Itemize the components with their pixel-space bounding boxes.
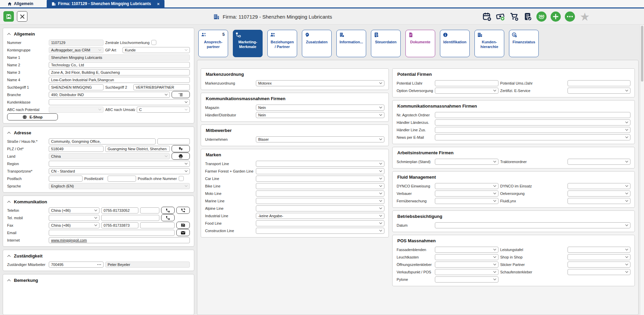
tab-card-finanzstatus[interactable]: $Finanzstatus xyxy=(509,30,539,57)
zentrale-loeschvormerkung-checkbox[interactable] xyxy=(151,40,156,45)
add-button[interactable] xyxy=(551,12,561,22)
kundenklasse-select[interactable] xyxy=(49,99,190,105)
collapse-chevron-icon[interactable] xyxy=(7,201,11,204)
name4-field[interactable]: Low-Carbon Industrial Park,Shangcun xyxy=(49,77,190,83)
car-line-select[interactable] xyxy=(256,176,384,182)
tab-card-ansprechpartner[interactable]: 5Ansprech- partner xyxy=(198,30,228,57)
dynco-einweisung-select[interactable] xyxy=(435,183,498,189)
view-360-button[interactable]: 360 xyxy=(536,12,547,22)
tab-card-steuerdaten[interactable]: Steuerdaten xyxy=(371,30,401,57)
moto-line-select[interactable] xyxy=(256,190,384,197)
postfach-field[interactable] xyxy=(49,176,83,182)
calendar-add-button[interactable] xyxy=(482,12,492,21)
vertical-scrollbar[interactable] xyxy=(640,25,644,315)
postfach-plz-field[interactable] xyxy=(108,176,136,182)
internet-link[interactable]: www.mingqingoil.com xyxy=(51,238,187,242)
plz-field[interactable]: 518049 xyxy=(49,146,104,152)
bike-line-select[interactable] xyxy=(256,183,384,189)
verbauer-select[interactable] xyxy=(435,190,498,197)
zertifizi-e-service-select[interactable] xyxy=(568,88,630,94)
tab-card-information[interactable]: Information... xyxy=(336,30,366,57)
transportzone-select[interactable]: CN - Standard xyxy=(49,168,190,174)
farmer-forest-garden-line-select[interactable] xyxy=(256,168,384,174)
mitbewerber-unternehmen-select[interactable]: Blaser xyxy=(256,136,384,142)
schaufensterkleber-select[interactable] xyxy=(568,269,630,275)
print-address-button[interactable] xyxy=(172,153,190,160)
more-button[interactable] xyxy=(565,12,575,22)
tab-card-identifikation[interactable]: Identifikation xyxy=(440,30,470,57)
oeffnungszeitenkleber-select[interactable] xyxy=(435,262,498,268)
food-line-select[interactable] xyxy=(256,220,384,226)
collapse-chevron-icon[interactable] xyxy=(7,132,11,135)
name2-field[interactable]: Technology Co,. Ltd xyxy=(49,62,190,68)
receipt-add-button[interactable] xyxy=(496,12,505,21)
name3-field[interactable]: Zone A, 3rd Floor, Building E, Guancheng xyxy=(49,69,190,75)
lookup-ellipsis-button[interactable] xyxy=(95,264,101,265)
fluidlynx-select[interactable] xyxy=(568,198,630,204)
internet-field[interactable]: www.mingqingoil.com xyxy=(49,237,190,243)
tab-card-kundenhierarchie[interactable]: Kunden- hierarchie xyxy=(474,30,504,57)
haendler-distributor-select[interactable]: Nein xyxy=(256,112,384,118)
fax-zusatz-field[interactable] xyxy=(140,222,175,228)
telefon-land-select[interactable]: China (+86) xyxy=(49,207,99,213)
telefon-field[interactable]: 0755-81733052 xyxy=(101,207,138,213)
save-button[interactable] xyxy=(3,11,14,22)
scrollbar-thumb[interactable] xyxy=(641,26,643,82)
cart-add-button[interactable] xyxy=(509,12,519,21)
fernueberwachung-select[interactable] xyxy=(435,198,498,204)
mobil-land-select[interactable] xyxy=(49,215,99,221)
eshop-button[interactable]: E-Shop xyxy=(7,113,58,120)
transport-line-select[interactable] xyxy=(256,161,384,167)
tab-card-zusatzdaten[interactable]: Zusatzdaten xyxy=(302,30,332,57)
favorite-star-icon[interactable]: ★ xyxy=(579,11,591,22)
haendler-laenderzus-select[interactable] xyxy=(435,119,630,126)
mitarbeiter-field[interactable]: 700495 xyxy=(49,262,104,268)
kontengruppe-select[interactable]: Auftraggeber_aus CRM xyxy=(49,47,104,53)
tab-card-dokumente[interactable]: Dokumente xyxy=(405,30,435,57)
hausnr-field[interactable] xyxy=(157,138,190,144)
construction-line-select[interactable] xyxy=(256,228,384,234)
sticker-partner-select[interactable] xyxy=(568,262,630,268)
nummer-field[interactable]: 1107129 xyxy=(49,40,104,46)
potential-l-jahr-field[interactable] xyxy=(435,80,498,86)
markenzuordnung-select[interactable]: Motorex xyxy=(256,80,384,86)
close-button[interactable] xyxy=(17,11,27,22)
fax-field[interactable]: 0755-81733873 xyxy=(101,222,138,228)
fax-land-select[interactable]: China (+86) xyxy=(49,222,99,228)
collapse-chevron-icon[interactable] xyxy=(7,279,11,283)
gp-art-select[interactable]: Kunde xyxy=(123,47,190,53)
ort-field[interactable]: Guangming New District, Shenzhen xyxy=(105,146,170,152)
alpine-line-select[interactable] xyxy=(256,205,384,211)
besichtigung-datum-select[interactable] xyxy=(435,222,630,228)
fax-button[interactable] xyxy=(176,222,190,229)
traktorenordner-select[interactable] xyxy=(568,159,630,165)
collapse-chevron-icon[interactable] xyxy=(7,33,11,36)
magazin-select[interactable]: Nein xyxy=(256,105,384,111)
tab-card-marketing-merkmale[interactable]: Marketing- Merkmale xyxy=(233,30,263,57)
suchbegriff1-field[interactable]: SHENZHEN MINGQING xyxy=(49,84,104,90)
telefon-zusatz-field[interactable] xyxy=(140,207,159,213)
oelversorgung-select[interactable] xyxy=(568,190,630,197)
schmierplan-select[interactable] xyxy=(435,159,498,165)
branche-list-button[interactable] xyxy=(172,91,190,98)
abc-potential-select[interactable] xyxy=(49,107,104,113)
collapse-chevron-icon[interactable] xyxy=(7,255,11,258)
telefon-dial-button[interactable] xyxy=(161,207,175,214)
marine-line-select[interactable] xyxy=(256,198,384,204)
fassadenblenden-select[interactable] xyxy=(435,247,498,253)
tab-close-icon[interactable]: × xyxy=(157,2,160,6)
tab-card-beziehungen-partner[interactable]: Beziehungen / Partner xyxy=(267,30,297,57)
sprache-select[interactable]: Englisch (EN) xyxy=(49,183,190,189)
region-select[interactable] xyxy=(49,161,190,167)
email-field[interactable] xyxy=(49,230,175,236)
land-select[interactable]: China xyxy=(49,153,170,159)
abc-umsatz-select[interactable]: C xyxy=(137,107,190,113)
telefon-call-button[interactable] xyxy=(176,207,190,214)
pylone-select[interactable] xyxy=(435,276,498,283)
map-button[interactable] xyxy=(172,145,190,152)
news-per-email-select[interactable] xyxy=(435,134,630,140)
mitarbeiter-name-field[interactable]: Peter Beyeler xyxy=(105,262,190,268)
name1-field[interactable]: Shenzhen Mingqing Lubricants xyxy=(49,54,190,61)
branche-select[interactable]: 490; Distributor IND xyxy=(49,92,170,98)
verkaufspunkt-pos-select[interactable] xyxy=(435,269,498,275)
